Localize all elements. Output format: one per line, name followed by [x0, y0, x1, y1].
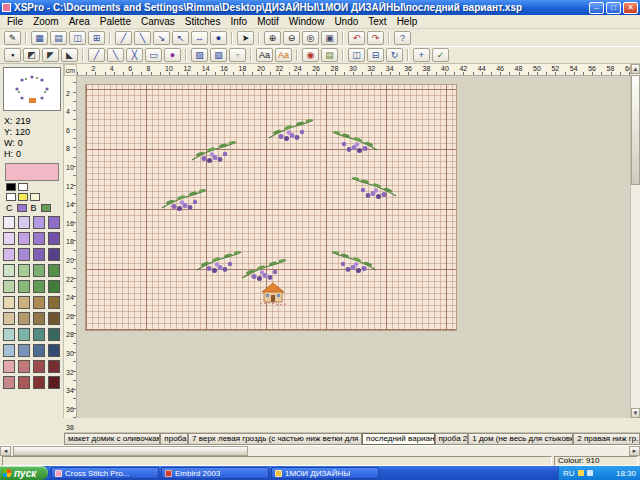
- palette-tool-icon[interactable]: ▤: [321, 48, 338, 62]
- palette-color-swatch[interactable]: [48, 328, 60, 341]
- add-chart-icon[interactable]: ⊞: [88, 31, 105, 45]
- palette-color-swatch[interactable]: [33, 344, 45, 357]
- thread-tool-icon[interactable]: +: [413, 48, 430, 62]
- minimize-button[interactable]: –: [589, 2, 604, 14]
- backstitch-icon[interactable]: ╱: [88, 48, 105, 62]
- color-swatch[interactable]: [18, 193, 28, 201]
- language-indicator[interactable]: RU: [563, 469, 575, 478]
- palette-color-swatch[interactable]: [18, 344, 30, 357]
- palette-color-swatch[interactable]: [18, 248, 30, 261]
- palette-color-swatch[interactable]: [18, 328, 30, 341]
- print-icon[interactable]: ▣: [321, 31, 338, 45]
- palette-color-swatch[interactable]: [33, 248, 45, 261]
- palette-color-swatch[interactable]: [33, 280, 45, 293]
- check-icon[interactable]: ✓: [432, 48, 449, 62]
- palette-color-swatch[interactable]: [48, 360, 60, 373]
- c-color-swatch[interactable]: [17, 204, 27, 212]
- palette-color-swatch[interactable]: [48, 280, 60, 293]
- pattern-tab-4[interactable]: последний вариант: [362, 433, 434, 445]
- help-icon[interactable]: ?: [394, 31, 411, 45]
- taskbar-task-3[interactable]: 1МОИ ДИЗАЙНЫ: [271, 467, 379, 479]
- menu-item-undo[interactable]: Undo: [329, 16, 363, 27]
- close-button[interactable]: ✕: [623, 2, 638, 14]
- title-bar[interactable]: XSPro - C:\Documents and Settings\Rimma\…: [0, 0, 640, 15]
- select-arrow-icon[interactable]: ➤: [237, 31, 254, 45]
- mirror-vertical-icon[interactable]: ⊟: [367, 48, 384, 62]
- vertical-scrollbar[interactable]: ▲ ▼: [630, 64, 640, 418]
- vertical-scroll-thumb[interactable]: [631, 75, 640, 185]
- outline-tool-icon[interactable]: ▭: [145, 48, 162, 62]
- scroll-up-arrow-icon[interactable]: ▲: [631, 64, 640, 74]
- cross-stitch-icon[interactable]: ╳: [126, 48, 143, 62]
- mirror-horizontal-icon[interactable]: ◫: [348, 48, 365, 62]
- arrow-se-icon[interactable]: ↘: [153, 31, 170, 45]
- olive-branch-motif[interactable]: [351, 173, 397, 205]
- olive-branch-motif[interactable]: [268, 115, 314, 147]
- tray-icon-1[interactable]: [578, 470, 584, 476]
- palette-color-swatch[interactable]: [33, 312, 45, 325]
- menu-item-help[interactable]: Help: [392, 16, 423, 27]
- menu-item-area[interactable]: Area: [64, 16, 95, 27]
- arrow-nw-icon[interactable]: ↖: [172, 31, 189, 45]
- paste-frame-icon[interactable]: ▤: [50, 31, 67, 45]
- palette-color-swatch[interactable]: [18, 264, 30, 277]
- palette-color-swatch[interactable]: [48, 248, 60, 261]
- palette-color-swatch[interactable]: [48, 296, 60, 309]
- color-swatch[interactable]: [6, 183, 16, 191]
- olive-branch-motif[interactable]: [332, 127, 378, 159]
- palette-color-swatch[interactable]: [48, 232, 60, 245]
- horizontal-scroll-thumb[interactable]: [13, 446, 248, 456]
- olive-branch-motif[interactable]: [196, 247, 242, 279]
- scroll-left-arrow-icon[interactable]: ◄: [0, 446, 11, 456]
- start-button[interactable]: пуск: [0, 466, 48, 480]
- palette-color-swatch[interactable]: [3, 248, 15, 261]
- palette-color-swatch[interactable]: [48, 376, 60, 389]
- menu-item-zoom[interactable]: Zoom: [28, 16, 64, 27]
- palette-color-swatch[interactable]: [33, 328, 45, 341]
- palette-color-swatch[interactable]: [33, 360, 45, 373]
- text-color-icon[interactable]: Aa: [275, 48, 292, 62]
- pattern-fill-icon[interactable]: ▧: [210, 48, 227, 62]
- palette-color-swatch[interactable]: [3, 232, 15, 245]
- horizontal-scrollbar[interactable]: ◄ ►: [0, 445, 640, 456]
- maximize-button[interactable]: □: [606, 2, 621, 14]
- palette-color-swatch[interactable]: [18, 296, 30, 309]
- menu-item-palette[interactable]: Palette: [95, 16, 136, 27]
- palette-color-swatch[interactable]: [18, 280, 30, 293]
- menu-item-canvas[interactable]: Canvas: [136, 16, 180, 27]
- pattern-tab-1[interactable]: макет домик с оливочками: [64, 433, 160, 445]
- rotate-icon[interactable]: ↻: [386, 48, 403, 62]
- b-color-swatch[interactable]: [41, 204, 51, 212]
- color-picker-icon[interactable]: ◉: [302, 48, 319, 62]
- palette-color-swatch[interactable]: [3, 312, 15, 325]
- redo-icon[interactable]: ↷: [367, 31, 384, 45]
- pattern-tab-7[interactable]: 2 правая ниж гр...: [573, 433, 640, 445]
- palette-color-swatch[interactable]: [48, 312, 60, 325]
- pattern-tab-6[interactable]: 1 дом (не весь для стыковки): [468, 433, 573, 445]
- palette-color-swatch[interactable]: [33, 264, 45, 277]
- menu-item-file[interactable]: File: [2, 16, 28, 27]
- quarter-stitch-icon[interactable]: ◤: [42, 48, 59, 62]
- menu-item-stitches[interactable]: Stitches: [180, 16, 226, 27]
- copy-frame-icon[interactable]: ▦: [31, 31, 48, 45]
- taskbar-task-1[interactable]: Cross Stitch Pro...: [51, 467, 159, 479]
- palette-color-swatch[interactable]: [3, 376, 15, 389]
- bead-tool-icon[interactable]: ●: [164, 48, 181, 62]
- zoom-region-icon[interactable]: ◎: [302, 31, 319, 45]
- olive-branch-motif[interactable]: [191, 137, 237, 169]
- palette-color-swatch[interactable]: [18, 360, 30, 373]
- palette-color-swatch[interactable]: [3, 360, 15, 373]
- olive-branch-motif[interactable]: [161, 185, 207, 217]
- palette-color-swatch[interactable]: [3, 280, 15, 293]
- palette-color-swatch[interactable]: [33, 216, 45, 229]
- pattern-tab-2[interactable]: проба: [160, 433, 188, 445]
- backstitch-nw-icon[interactable]: ╲: [134, 31, 151, 45]
- knot-tool-icon[interactable]: ●: [210, 31, 227, 45]
- menu-item-motif[interactable]: Motif: [252, 16, 284, 27]
- pattern-tab-5[interactable]: проба 2: [435, 433, 469, 445]
- fill-tool-icon[interactable]: ▨: [191, 48, 208, 62]
- undo-icon[interactable]: ↶: [348, 31, 365, 45]
- color-swatch[interactable]: [6, 193, 16, 201]
- palette-color-swatch[interactable]: [18, 216, 30, 229]
- palette-color-swatch[interactable]: [3, 328, 15, 341]
